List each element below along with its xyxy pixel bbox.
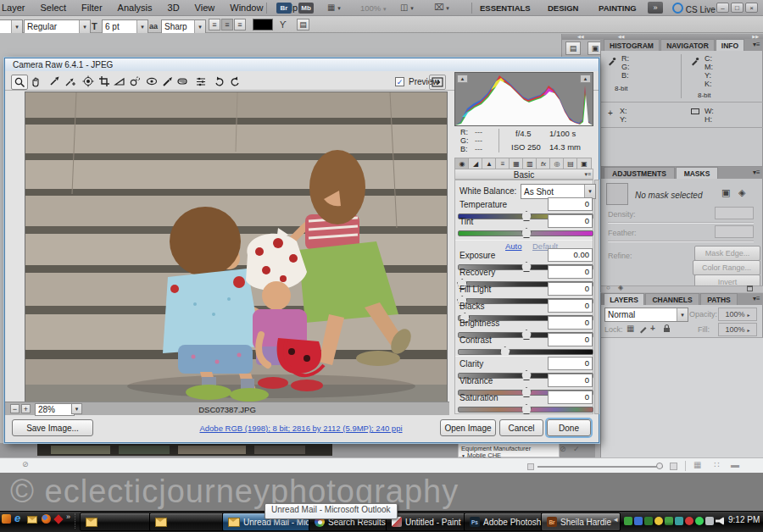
color-sampler-tool-icon[interactable]	[63, 75, 78, 88]
detail-view-icon[interactable]: ▬	[731, 460, 739, 469]
warp-text-icon[interactable]: ϒ	[280, 20, 287, 30]
taskbar-grip[interactable]	[75, 513, 77, 529]
firefox-quicklaunch-icon[interactable]	[42, 514, 51, 524]
cs-live-menu[interactable]: CS Live ▾	[672, 3, 721, 14]
thumbnail-size-slider[interactable]	[537, 466, 663, 468]
mask-enable-icon[interactable]: ○	[606, 284, 610, 291]
blend-mode-combo[interactable]: Normal▾	[604, 308, 688, 322]
font-size-combo[interactable]: 6 pt▾	[102, 19, 148, 34]
minimize-button[interactable]: –	[716, 3, 729, 13]
preferences-icon[interactable]	[193, 75, 209, 88]
adjustment-brush-tool-icon[interactable]	[159, 75, 175, 88]
layers-panel-menu-icon[interactable]: ▾≡	[753, 295, 760, 302]
save-image-button[interactable]: Save Image...	[12, 419, 93, 436]
clarity-value[interactable]: 0	[548, 357, 593, 370]
lock-transparency-icon[interactable]: ▦	[627, 324, 634, 333]
fill-light-value[interactable]: 0	[548, 282, 593, 296]
info-cmyk-bit[interactable]: 8-bit	[698, 91, 711, 99]
rotate-left-icon[interactable]	[212, 75, 227, 88]
preview-checkbox[interactable]: ✓	[395, 77, 404, 86]
close-button[interactable]: ×	[745, 3, 758, 13]
menu-view[interactable]: View	[187, 0, 223, 13]
open-image-button[interactable]: Open Image	[440, 419, 496, 436]
fill-value-box[interactable]: 100%▸	[718, 323, 757, 336]
density-slider[interactable]	[608, 222, 754, 224]
workspace-design[interactable]: DESIGN	[548, 3, 578, 13]
zoom-tool-icon[interactable]	[11, 75, 28, 90]
view-extras-icon[interactable]: ▦ ▾	[327, 3, 341, 12]
contrast-slider[interactable]	[458, 349, 593, 355]
masks-panel-menu-icon[interactable]: ▾≡	[753, 169, 760, 176]
align-left-button[interactable]: ≡	[209, 19, 220, 30]
tab-adjustments[interactable]: ADJUSTMENTS	[604, 167, 675, 179]
zoom-in-button[interactable]: +	[21, 404, 31, 413]
blacks-value[interactable]: 0	[548, 299, 593, 313]
filmstrip-thumb[interactable]	[119, 446, 170, 454]
contrast-value[interactable]: 0	[548, 333, 593, 346]
tray-chart-icon[interactable]	[665, 517, 673, 525]
red-eye-tool-icon[interactable]	[144, 75, 159, 88]
collapsed-panel-icon-1[interactable]: ▤	[565, 42, 581, 55]
taskbar-outlook-window-2[interactable]	[149, 513, 229, 531]
thumbnail-smaller-icon[interactable]	[527, 463, 534, 470]
fullscreen-toggle-icon[interactable]	[429, 75, 446, 90]
align-center-button[interactable]: ≡	[221, 19, 233, 30]
tray-shield-icon[interactable]	[624, 517, 632, 525]
tray-battery-icon[interactable]	[675, 517, 683, 525]
thumbnail-slider-thumb[interactable]	[656, 463, 663, 469]
quicklaunch-app-icon[interactable]	[2, 514, 11, 524]
menu-filter[interactable]: Filter	[74, 0, 109, 13]
workspace-overflow-button[interactable]: »	[648, 2, 663, 14]
brightness-value[interactable]: 0	[548, 316, 593, 330]
toggle-panels-icon[interactable]: ▤	[297, 19, 309, 30]
zoom-out-button[interactable]: −	[10, 404, 19, 413]
taskbar-bridge-sheila[interactable]: BrSheila Hardie	[541, 513, 621, 531]
menu-analysis[interactable]: Analysis	[110, 0, 160, 13]
photo-preview[interactable]	[25, 91, 448, 402]
cancel-button[interactable]: Cancel	[499, 419, 543, 436]
shadow-clipping-warning[interactable]: ▲	[457, 75, 468, 83]
font-style-combo[interactable]: Regular▾	[24, 19, 91, 34]
workflow-options-link[interactable]: Adobe RGB (1998); 8 bit; 2816 by 2112 (5…	[119, 424, 483, 433]
mask-view-icon[interactable]: ◈	[618, 284, 623, 291]
vibrance-value[interactable]: 0	[548, 374, 593, 387]
done-button[interactable]: Done	[547, 419, 591, 436]
hand-tool-icon[interactable]	[28, 75, 43, 88]
restore-button[interactable]: □	[731, 3, 744, 13]
tint-value[interactable]: 0	[548, 214, 593, 228]
menu-window[interactable]: Window	[222, 0, 270, 13]
mask-edge-button[interactable]: Mask Edge...	[694, 246, 760, 261]
font-family-combo[interactable]: ▾	[0, 19, 23, 34]
layers-list-area[interactable]	[601, 338, 763, 457]
targeted-adjustment-tool-icon[interactable]	[81, 75, 96, 88]
feather-value-box[interactable]	[715, 225, 754, 238]
bridge-filmstrip[interactable]	[37, 444, 332, 456]
bridge-launch-icon[interactable]: Br	[276, 3, 292, 14]
zoom-level-dropdown-arrow[interactable]: ▾	[71, 403, 82, 414]
density-value-box[interactable]	[715, 207, 754, 219]
taskbar-paint[interactable]: Untitled - Paint	[386, 513, 472, 531]
add-pixel-mask-icon[interactable]: ▣	[721, 187, 730, 198]
feather-slider[interactable]	[608, 241, 754, 242]
temperature-value[interactable]: 0	[548, 197, 593, 211]
tab-histogram[interactable]: HISTOGRAM	[604, 39, 660, 51]
filmstrip-thumb[interactable]	[51, 446, 110, 454]
tab-paths[interactable]: PATHS	[700, 293, 738, 305]
tab-channels[interactable]: CHANNELS	[645, 293, 699, 305]
arrange-documents-icon[interactable]: ◫ ▾	[400, 3, 414, 12]
crop-tool-icon[interactable]	[97, 75, 112, 88]
graduated-filter-tool-icon[interactable]	[175, 75, 190, 88]
tray-display-icon[interactable]	[634, 517, 643, 525]
lock-all-icon[interactable]	[662, 324, 671, 334]
filmstrip-thumb[interactable]	[178, 446, 246, 454]
quicklaunch-overflow[interactable]: »	[66, 513, 70, 521]
info-panel-menu-icon[interactable]: ▾≡	[753, 41, 760, 48]
taskbar-photoshop[interactable]: PsAdobe Photoshop...	[464, 513, 550, 531]
align-right-button[interactable]: ≡	[234, 19, 246, 30]
bridge-reject-icon[interactable]: ⊘	[560, 445, 566, 453]
menu-3d[interactable]: 3D	[160, 0, 187, 13]
exposure-value[interactable]: 0.00	[548, 248, 593, 262]
thumbnail-view-icon[interactable]: ∷	[714, 460, 719, 469]
taskbar-outlook-window-1[interactable]	[80, 513, 158, 531]
filmstrip-thumb[interactable]	[254, 446, 305, 454]
